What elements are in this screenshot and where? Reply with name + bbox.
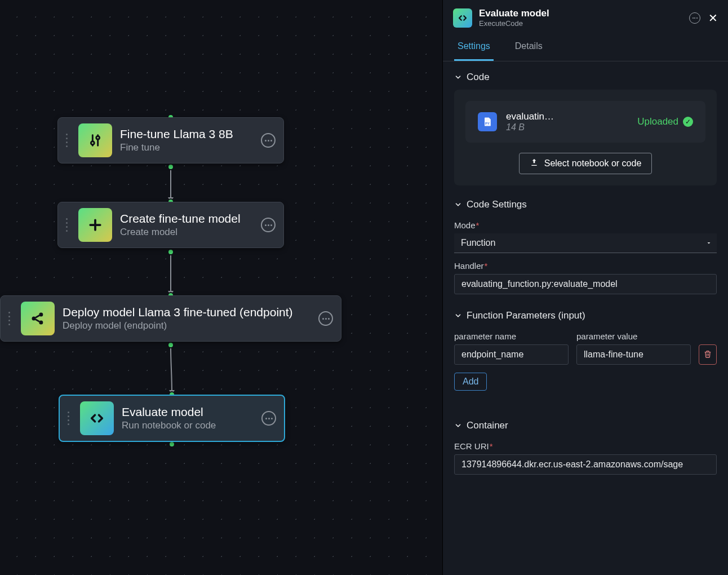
upload-icon <box>530 158 539 169</box>
node-more-button[interactable] <box>261 218 276 232</box>
pipeline-canvas[interactable]: Fine-tune Llama 3 8B Fine tune Create fi… <box>0 0 442 575</box>
param-value-input[interactable] <box>576 344 691 365</box>
chevron-down-icon <box>454 73 462 81</box>
mode-select[interactable]: Function <box>454 233 717 253</box>
param-name-label: parameter name <box>454 331 569 341</box>
section-code-label: Code <box>467 72 490 83</box>
add-param-button[interactable]: Add <box>454 373 487 391</box>
code-icon <box>80 401 114 435</box>
section-code-settings-header[interactable]: Code Settings <box>454 199 717 210</box>
panel-tabs: Settings Details <box>443 33 728 61</box>
file-size: 14 B <box>506 122 557 132</box>
section-function-params-header[interactable]: Function Parameters (input) <box>454 310 717 321</box>
drag-handle-icon[interactable] <box>64 412 72 425</box>
sliders-icon <box>78 123 112 157</box>
node-port[interactable] <box>167 342 174 348</box>
handler-label: Handler <box>454 261 717 271</box>
tab-details[interactable]: Details <box>512 33 546 61</box>
param-name-input[interactable] <box>454 344 569 365</box>
node-subtitle: Create model <box>120 227 241 238</box>
panel-header: Evaluate model ExecuteCode ✕ <box>443 0 728 33</box>
section-code-settings-label: Code Settings <box>467 199 527 210</box>
code-card: PY evaluating_function.py 14 B Uploaded … <box>454 90 717 185</box>
param-value-label: parameter value <box>576 331 691 341</box>
drag-handle-icon[interactable] <box>63 218 70 232</box>
chevron-down-icon <box>454 422 462 430</box>
section-function-params-label: Function Parameters (input) <box>467 310 585 321</box>
node-fine-tune[interactable]: Fine-tune Llama 3 8B Fine tune <box>57 117 284 163</box>
node-subtitle: Fine tune <box>120 142 233 153</box>
plus-icon <box>78 208 112 242</box>
pipeline-wires <box>0 0 442 575</box>
uploaded-file-row[interactable]: PY evaluating_function.py 14 B Uploaded … <box>465 101 705 143</box>
node-subtitle: Run notebook or code <box>122 420 216 431</box>
check-icon: ✓ <box>683 117 693 127</box>
panel-title: Evaluate model <box>479 8 549 19</box>
node-title: Create fine-tune model <box>120 212 241 225</box>
node-title: Fine-tune Llama 3 8B <box>120 127 233 141</box>
handler-input[interactable] <box>454 274 717 294</box>
python-file-icon: PY <box>478 112 497 131</box>
mode-label: Mode <box>454 220 717 230</box>
chevron-down-icon <box>454 201 462 209</box>
drag-handle-icon[interactable] <box>63 134 70 147</box>
section-code-header[interactable]: Code <box>454 72 717 83</box>
section-container-label: Container <box>467 420 508 431</box>
node-port[interactable] <box>167 163 174 170</box>
trash-icon <box>703 350 712 360</box>
ecr-uri-input[interactable] <box>454 454 717 475</box>
node-title: Deploy model Llama 3 fine-tuned (endpoin… <box>63 306 293 319</box>
drag-handle-icon[interactable] <box>5 312 13 325</box>
tab-settings[interactable]: Settings <box>454 33 494 61</box>
upload-status-text: Uploaded <box>637 116 678 127</box>
upload-status: Uploaded ✓ <box>637 116 693 127</box>
node-more-button[interactable] <box>318 311 333 326</box>
delete-param-button[interactable] <box>699 344 717 365</box>
node-deploy-model[interactable]: Deploy model Llama 3 fine-tuned (endpoin… <box>0 295 341 342</box>
panel-more-button[interactable] <box>689 12 700 24</box>
properties-panel: Evaluate model ExecuteCode ✕ Settings De… <box>442 0 728 575</box>
node-evaluate-model[interactable]: Evaluate model Run notebook or code <box>59 395 285 442</box>
section-container-header[interactable]: Container <box>454 420 717 431</box>
close-button[interactable]: ✕ <box>708 12 718 24</box>
select-notebook-button[interactable]: Select notebook or code <box>519 153 652 174</box>
node-more-button[interactable] <box>261 411 276 426</box>
svg-text:PY: PY <box>485 122 490 125</box>
node-port[interactable] <box>167 249 174 255</box>
node-more-button[interactable] <box>261 133 276 148</box>
chevron-down-icon <box>454 312 462 320</box>
select-notebook-label: Select notebook or code <box>544 158 642 169</box>
node-subtitle: Deploy model (endpoint) <box>63 320 293 331</box>
share-icon <box>21 302 55 335</box>
ecr-uri-label: ECR URI <box>454 441 717 451</box>
node-title: Evaluate model <box>122 405 216 419</box>
file-name: evaluating_function.py <box>506 111 557 122</box>
code-icon <box>453 8 472 28</box>
panel-subtitle: ExecuteCode <box>479 19 549 28</box>
node-create-model[interactable]: Create fine-tune model Create model <box>57 202 284 248</box>
